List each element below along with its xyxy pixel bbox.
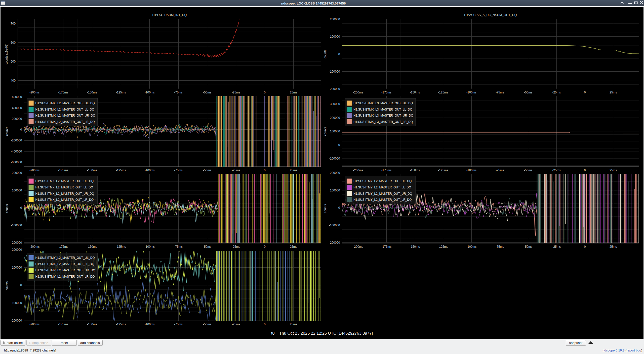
svg-text:counts: counts: [5, 127, 9, 136]
svg-text:H1:LSC-DARM_IN1_DQ: H1:LSC-DARM_IN1_DQ: [152, 13, 187, 17]
svg-text:200000: 200000: [330, 18, 340, 21]
svg-text:-200ms: -200ms: [29, 245, 39, 248]
svg-text:counts (x1e-09): counts (x1e-09): [5, 43, 8, 64]
svg-text:H1:SUS-ITMX_L2_MASTER_OUT_LR_D: H1:SUS-ITMX_L2_MASTER_OUT_LR_DQ: [35, 198, 94, 201]
svg-text:-150ms: -150ms: [87, 323, 97, 326]
svg-text:25ms: 25ms: [610, 91, 617, 94]
svg-text:-75ms: -75ms: [496, 91, 504, 94]
svg-text:-25ms: -25ms: [552, 91, 561, 94]
svg-text:0: 0: [338, 143, 340, 147]
svg-text:100000: 100000: [330, 189, 340, 192]
svg-text:-125ms: -125ms: [438, 91, 448, 94]
svg-text:25ms: 25ms: [290, 169, 297, 172]
svg-text:counts: counts: [5, 204, 9, 213]
svg-text:0: 0: [20, 206, 22, 210]
svg-text:400: 400: [11, 79, 16, 82]
svg-text:100000: 100000: [12, 189, 22, 192]
svg-text:H1:SUS-ETMX_L2_MASTER_OUT_LL_D: H1:SUS-ETMX_L2_MASTER_OUT_LL_DQ: [35, 108, 94, 111]
svg-text:-100ms: -100ms: [466, 169, 476, 172]
svg-text:100000: 100000: [330, 130, 340, 133]
svg-text:H1:SUS-ITMY_L2_MASTER_OUT_UL_D: H1:SUS-ITMY_L2_MASTER_OUT_UL_DQ: [353, 179, 412, 183]
svg-text:600: 600: [11, 41, 16, 44]
svg-text:H1:SUS-ITMY_L2_MASTER_OUT_LR_D: H1:SUS-ITMY_L2_MASTER_OUT_LR_DQ: [353, 198, 412, 201]
svg-text:-25ms: -25ms: [232, 245, 240, 248]
svg-text:-150ms: -150ms: [410, 91, 420, 94]
svg-text:-125ms: -125ms: [116, 91, 126, 94]
svg-text:-175ms: -175ms: [58, 323, 68, 326]
svg-text:0: 0: [264, 169, 266, 172]
svg-text:0: 0: [20, 283, 22, 287]
svg-text:0: 0: [338, 206, 340, 210]
svg-text:-200000: -200000: [329, 87, 340, 91]
svg-text:0: 0: [584, 169, 586, 172]
svg-text:-200ms: -200ms: [29, 323, 39, 326]
svg-text:-50ms: -50ms: [203, 323, 211, 326]
svg-text:-125ms: -125ms: [116, 245, 126, 248]
svg-text:-100ms: -100ms: [466, 245, 476, 248]
svg-text:-75ms: -75ms: [174, 91, 183, 94]
svg-text:-100ms: -100ms: [145, 323, 155, 326]
svg-text:600000: 600000: [12, 95, 22, 99]
svg-text:-25ms: -25ms: [232, 169, 240, 172]
svg-text:200000: 200000: [12, 117, 22, 121]
svg-text:-200000: -200000: [11, 241, 22, 244]
svg-text:-400000: -400000: [11, 150, 22, 153]
svg-text:-125ms: -125ms: [438, 169, 448, 172]
svg-text:-150ms: -150ms: [410, 245, 420, 248]
svg-text:-150ms: -150ms: [87, 169, 97, 172]
svg-text:25ms: 25ms: [290, 245, 297, 248]
svg-text:t0 = Thu Oct 23 2025 22:12:25: t0 = Thu Oct 23 2025 22:12:25 UTC [14452…: [271, 331, 373, 335]
svg-text:-125ms: -125ms: [116, 169, 126, 172]
svg-text:-100000: -100000: [329, 224, 340, 227]
svg-text:H1:SUS-ETMX_L3_MASTER_OUT_LR_D: H1:SUS-ETMX_L3_MASTER_OUT_LR_DQ: [353, 120, 413, 124]
svg-text:-175ms: -175ms: [58, 245, 68, 248]
svg-text:-150ms: -150ms: [87, 91, 97, 94]
svg-text:H1:SUS-ETMY_L2_MASTER_OUT_LL_D: H1:SUS-ETMY_L2_MASTER_OUT_LL_DQ: [35, 262, 94, 266]
svg-text:-175ms: -175ms: [381, 91, 391, 94]
svg-text:25ms: 25ms: [610, 245, 617, 248]
svg-text:counts: counts: [324, 204, 327, 213]
svg-text:25ms: 25ms: [290, 91, 297, 94]
svg-text:H1:SUS-ETMX_L3_MASTER_OUT_UL_D: H1:SUS-ETMX_L3_MASTER_OUT_UL_DQ: [353, 102, 413, 105]
svg-text:H1:SUS-ETMY_L2_MASTER_OUT_LR_D: H1:SUS-ETMY_L2_MASTER_OUT_LR_DQ: [35, 275, 95, 278]
svg-text:-150ms: -150ms: [87, 245, 97, 248]
svg-text:counts: counts: [5, 281, 9, 290]
svg-text:-50ms: -50ms: [203, 169, 211, 172]
svg-text:0: 0: [584, 245, 586, 248]
svg-text:-75ms: -75ms: [496, 169, 504, 172]
svg-text:-125ms: -125ms: [438, 245, 448, 248]
svg-text:-75ms: -75ms: [174, 169, 183, 172]
svg-text:counts: counts: [324, 127, 327, 136]
svg-text:-100ms: -100ms: [466, 91, 476, 94]
svg-text:-175ms: -175ms: [58, 169, 68, 172]
svg-text:-75ms: -75ms: [174, 323, 183, 326]
svg-text:25ms: 25ms: [290, 323, 297, 326]
svg-text:H1:SUS-ITMY_L2_MASTER_OUT_LL_D: H1:SUS-ITMY_L2_MASTER_OUT_LL_DQ: [353, 186, 411, 189]
svg-text:-100000: -100000: [11, 301, 22, 305]
svg-text:-175ms: -175ms: [381, 245, 391, 248]
svg-text:0: 0: [264, 245, 266, 248]
svg-text:-75ms: -75ms: [496, 245, 504, 248]
svg-text:0: 0: [584, 91, 586, 94]
svg-text:-150ms: -150ms: [410, 169, 420, 172]
svg-text:-200000: -200000: [11, 319, 22, 322]
svg-text:-25ms: -25ms: [552, 169, 561, 172]
svg-text:300000: 300000: [330, 102, 340, 106]
svg-text:200000: 200000: [330, 171, 340, 175]
svg-text:H1:SUS-ETMY_L2_MASTER_OUT_UR_D: H1:SUS-ETMY_L2_MASTER_OUT_UR_DQ: [35, 269, 95, 272]
svg-text:-100000: -100000: [329, 157, 340, 160]
svg-text:25ms: 25ms: [610, 169, 617, 172]
svg-text:100000: 100000: [330, 35, 340, 38]
svg-text:0: 0: [338, 53, 340, 56]
svg-text:-100ms: -100ms: [145, 245, 155, 248]
svg-text:H1:SUS-ETMX_L3_MASTER_OUT_LL_D: H1:SUS-ETMX_L3_MASTER_OUT_LL_DQ: [353, 108, 412, 111]
svg-text:-200ms: -200ms: [29, 91, 39, 94]
svg-text:-175ms: -175ms: [381, 169, 391, 172]
svg-text:H1:SUS-ETMX_L2_MASTER_OUT_UL_D: H1:SUS-ETMX_L2_MASTER_OUT_UL_DQ: [35, 102, 95, 105]
svg-text:400000: 400000: [12, 106, 22, 110]
svg-text:H1:SUS-ITMX_L2_MASTER_OUT_UR_D: H1:SUS-ITMX_L2_MASTER_OUT_UR_DQ: [35, 192, 94, 195]
svg-text:H1:ASC-AS_A_DC_NSUM_OUT_DQ: H1:ASC-AS_A_DC_NSUM_OUT_DQ: [464, 13, 517, 17]
svg-text:0: 0: [264, 91, 266, 94]
svg-text:700: 700: [11, 22, 16, 25]
svg-text:-25ms: -25ms: [232, 323, 240, 326]
